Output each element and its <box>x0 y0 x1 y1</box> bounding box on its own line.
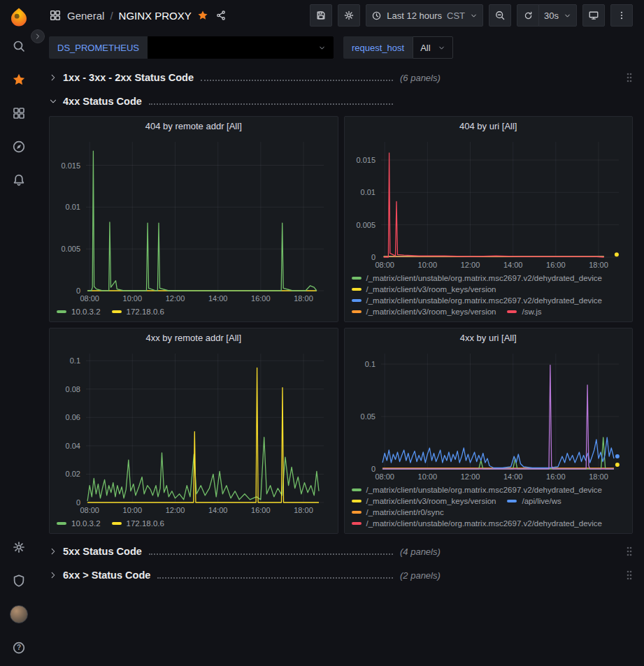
legend-swatch <box>507 310 517 313</box>
legend-label: /_matrix/client/v3/room_keys/version <box>366 307 496 316</box>
chevron-right-icon <box>49 547 57 556</box>
row-1xx-3xx-2xx-status-code[interactable]: 1xx - 3xx - 2xx Status Code (6 panels) <box>49 68 633 87</box>
legend-item[interactable]: /_matrix/client/unstable/org.matrix.msc2… <box>352 519 603 528</box>
sidebar-item-configuration[interactable] <box>0 530 38 564</box>
row-drag-handle[interactable] <box>626 546 633 557</box>
legend-item[interactable]: /_matrix/client/v3/room_keys/version <box>352 285 496 294</box>
svg-text:0.1: 0.1 <box>364 360 375 368</box>
grafana-logo[interactable] <box>7 6 31 29</box>
row-6xx-status-code[interactable]: 6xx > Status Code (2 panels) <box>49 566 633 584</box>
svg-text:12:00: 12:00 <box>166 294 185 303</box>
legend-item[interactable]: 10.0.3.2 <box>57 519 101 528</box>
svg-text:16:00: 16:00 <box>251 294 271 303</box>
sidebar-item-starred[interactable] <box>0 63 38 96</box>
legend-item[interactable]: 10.0.3.2 <box>57 307 101 316</box>
sidebar-item-explore[interactable] <box>0 130 38 164</box>
svg-text:0.06: 0.06 <box>66 413 80 421</box>
svg-text:?: ? <box>17 644 21 651</box>
legend-item[interactable]: /sw.js <box>507 307 541 316</box>
chevron-down-icon <box>438 44 445 52</box>
legend-item[interactable]: 172.18.0.6 <box>112 519 164 528</box>
breadcrumb-section[interactable]: General <box>67 10 104 22</box>
legend-label: /_matrix/client/unstable/org.matrix.msc2… <box>366 486 603 494</box>
svg-text:0.01: 0.01 <box>360 188 375 196</box>
svg-text:12:00: 12:00 <box>460 472 480 481</box>
row-drag-handle[interactable] <box>626 72 633 83</box>
tv-mode-button[interactable] <box>582 4 605 27</box>
zoom-out-button[interactable] <box>489 4 511 27</box>
svg-text:10:00: 10:00 <box>417 472 437 481</box>
legend-label: /_matrix/client/v3/room_keys/version <box>366 285 496 294</box>
refresh-icon <box>523 10 534 21</box>
svg-text:0.005: 0.005 <box>356 221 375 229</box>
legend-item[interactable]: /_matrix/client/v3/room_keys/version <box>352 307 496 316</box>
legend-label: /_matrix/client/unstable/org.matrix.msc2… <box>366 274 603 282</box>
time-range-label: Last 12 hours <box>387 10 442 21</box>
sidebar-item-server-admin[interactable] <box>0 564 38 598</box>
panel-legend: 10.0.3.2172.18.0.6 <box>50 516 338 533</box>
row-4xx-status-code[interactable]: 4xx Status Code <box>49 92 633 110</box>
star-dashboard-button[interactable] <box>197 10 208 21</box>
panel-404-by-uri: 404 by uri [All] 08:0010:0012:0014:0016:… <box>344 116 634 322</box>
legend-item[interactable]: /_matrix/client/unstable/org.matrix.msc2… <box>352 486 603 494</box>
svg-text:0.05: 0.05 <box>360 412 375 421</box>
legend-label: /_matrix/client/unstable/org.matrix.msc2… <box>366 519 603 528</box>
apps-grid-icon <box>49 9 62 22</box>
legend-item[interactable]: /_matrix/client/unstable/org.matrix.msc2… <box>352 296 603 305</box>
grafana-flame-icon <box>8 7 29 28</box>
svg-text:0.015: 0.015 <box>61 161 80 170</box>
row-5xx-status-code[interactable]: 5xx Status Code (4 panels) <box>49 542 633 560</box>
panel-title[interactable]: 4xx by uri [All] <box>345 328 633 348</box>
star-filled-icon <box>197 10 208 21</box>
request-host-select[interactable]: All <box>413 36 452 59</box>
sidebar-item-search[interactable] <box>0 29 38 63</box>
legend-item[interactable]: /_matrix/client/r0/sync <box>352 508 444 516</box>
svg-text:16:00: 16:00 <box>251 506 271 514</box>
dashboard-title[interactable]: NGINX PROXY <box>119 10 192 22</box>
svg-text:14:00: 14:00 <box>503 261 522 269</box>
save-icon <box>315 10 327 21</box>
legend-item[interactable]: /_matrix/client/v3/room_keys/version <box>352 497 496 505</box>
gear-icon <box>12 540 26 554</box>
refresh-button[interactable] <box>517 4 539 27</box>
sidebar-item-help[interactable]: ? <box>0 631 38 665</box>
datasource-select[interactable] <box>148 36 334 59</box>
row-dotted-filler <box>149 553 393 555</box>
bell-icon <box>12 173 26 187</box>
legend-swatch <box>57 310 66 313</box>
legend-swatch <box>352 288 362 291</box>
legend-label: /_matrix/client/v3/room_keys/version <box>366 497 496 505</box>
time-range-picker[interactable]: Last 12 hours CST <box>366 4 483 27</box>
legend-item[interactable]: /_matrix/client/unstable/org.matrix.msc2… <box>352 274 603 282</box>
monitor-icon <box>588 10 599 21</box>
legend-item[interactable]: 172.18.0.6 <box>112 307 164 316</box>
kebab-menu-button[interactable] <box>610 4 633 27</box>
refresh-interval-select[interactable]: 30s <box>538 4 577 27</box>
chevron-down-icon <box>470 12 478 20</box>
row-dotted-filler <box>201 80 393 81</box>
legend-label: 10.0.3.2 <box>71 519 101 528</box>
legend-item[interactable]: /api/live/ws <box>507 497 561 505</box>
sidebar-item-alerting[interactable] <box>0 164 38 197</box>
row-drag-handle[interactable] <box>626 570 633 581</box>
sidebar-item-dashboards[interactable] <box>0 96 38 130</box>
panel-title[interactable]: 404 by uri [All] <box>345 117 633 136</box>
row-panel-count: (2 panels) <box>400 570 441 581</box>
sidebar-item-profile[interactable] <box>0 598 38 631</box>
dashboard-settings-button[interactable] <box>338 4 360 27</box>
panel-title[interactable]: 4xx by remote addr [All] <box>50 328 338 348</box>
svg-text:18:00: 18:00 <box>294 506 313 514</box>
sidebar-bottom-nav: ? <box>0 530 38 665</box>
share-dashboard-button[interactable] <box>215 10 227 21</box>
row-panel-count: (4 panels) <box>400 546 441 557</box>
svg-text:08:00: 08:00 <box>375 472 394 481</box>
panel-title[interactable]: 404 by remote addr [All] <box>50 117 338 136</box>
legend-label: /_matrix/client/unstable/org.matrix.msc2… <box>366 296 603 305</box>
panel-legend: /_matrix/client/unstable/org.matrix.msc2… <box>345 483 633 533</box>
panel-4xx-by-remote-addr: 4xx by remote addr [All] 08:0010:0012:00… <box>49 328 338 534</box>
svg-text:0: 0 <box>371 253 375 261</box>
panel-chart: 08:0010:0012:0014:0016:0018:0000.0050.01… <box>54 136 334 305</box>
chevron-down-icon <box>318 44 326 52</box>
save-dashboard-button[interactable] <box>310 4 332 27</box>
variable-request-host: request_host All <box>343 36 453 59</box>
